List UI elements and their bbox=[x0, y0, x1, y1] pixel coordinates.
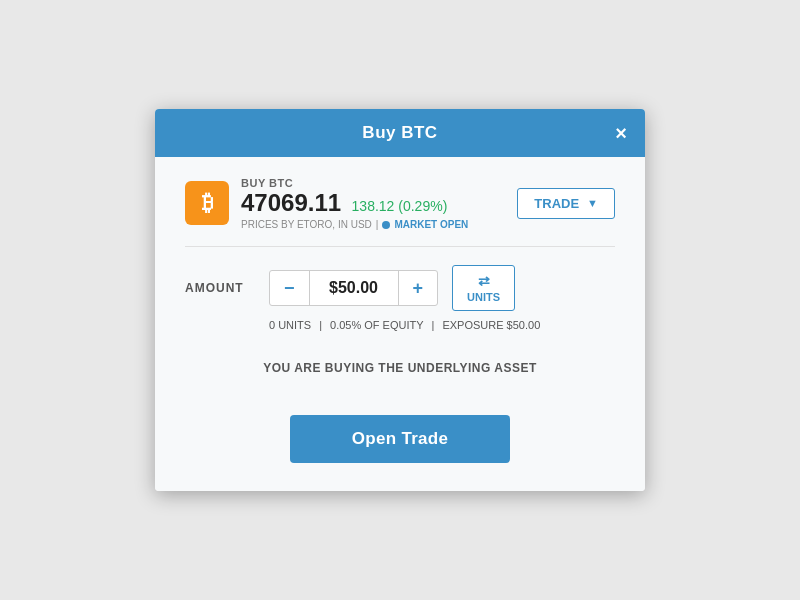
modal-header: Buy BTC × bbox=[155, 109, 645, 157]
market-open-dot bbox=[382, 221, 390, 229]
buy-btc-modal: Buy BTC × ₿ BUY BTC 47069.11 138.12 (0.2… bbox=[155, 109, 645, 492]
market-open-text: MARKET OPEN bbox=[394, 219, 468, 230]
close-button[interactable]: × bbox=[615, 123, 627, 143]
asset-left: ₿ BUY BTC 47069.11 138.12 (0.29%) PRICES… bbox=[185, 177, 468, 231]
units-label: UNITS bbox=[467, 291, 500, 303]
units-count: 0 UNITS bbox=[269, 319, 311, 331]
amount-controls: − $50.00 + bbox=[269, 270, 438, 306]
market-open-separator: | bbox=[376, 219, 379, 230]
asset-info: BUY BTC 47069.11 138.12 (0.29%) PRICES B… bbox=[241, 177, 468, 231]
trade-dropdown[interactable]: TRADE ▼ bbox=[517, 188, 615, 219]
asset-label: BUY BTC bbox=[241, 177, 468, 189]
swap-icon: ⇄ bbox=[478, 273, 490, 289]
asset-change: 138.12 (0.29%) bbox=[352, 198, 448, 214]
modal-title: Buy BTC bbox=[362, 123, 437, 143]
units-toggle-button[interactable]: ⇄ UNITS bbox=[452, 265, 515, 311]
amount-value: $50.00 bbox=[309, 271, 399, 305]
chevron-down-icon: ▼ bbox=[587, 197, 598, 209]
modal-body: ₿ BUY BTC 47069.11 138.12 (0.29%) PRICES… bbox=[155, 157, 645, 492]
btc-symbol: ₿ bbox=[202, 190, 213, 216]
open-trade-button[interactable]: Open Trade bbox=[290, 415, 510, 463]
amount-details: 0 UNITS | 0.05% OF EQUITY | EXPOSURE $50… bbox=[269, 319, 615, 331]
trade-dropdown-label: TRADE bbox=[534, 196, 579, 211]
underlying-asset-message: YOU ARE BUYING THE UNDERLYING ASSET bbox=[185, 351, 615, 385]
asset-meta: PRICES BY ETORO, IN USD | MARKET OPEN bbox=[241, 219, 468, 230]
separator-1: | bbox=[319, 319, 322, 331]
amount-row: AMOUNT − $50.00 + ⇄ UNITS bbox=[185, 265, 615, 311]
exposure: EXPOSURE $50.00 bbox=[442, 319, 540, 331]
asset-row: ₿ BUY BTC 47069.11 138.12 (0.29%) PRICES… bbox=[185, 177, 615, 248]
equity-pct: 0.05% OF EQUITY bbox=[330, 319, 424, 331]
increment-button[interactable]: + bbox=[399, 271, 438, 305]
separator-2: | bbox=[432, 319, 435, 331]
amount-label: AMOUNT bbox=[185, 281, 255, 295]
asset-meta-text: PRICES BY ETORO, IN USD bbox=[241, 219, 372, 230]
decrement-button[interactable]: − bbox=[270, 271, 309, 305]
btc-icon: ₿ bbox=[185, 181, 229, 225]
asset-price-row: 47069.11 138.12 (0.29%) bbox=[241, 189, 468, 218]
asset-price: 47069.11 bbox=[241, 189, 341, 216]
